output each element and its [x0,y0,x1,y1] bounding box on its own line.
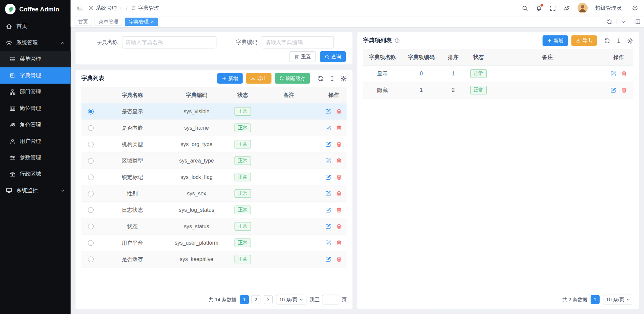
breadcrumb-system[interactable]: 系统管理 [88,4,123,12]
refresh-icon[interactable] [604,38,610,44]
delete-icon[interactable] [336,256,342,262]
current-user[interactable]: 超级管理员 [595,4,622,12]
row-radio[interactable] [88,174,94,180]
translate-icon[interactable] [564,5,570,11]
refresh-icon[interactable] [607,19,612,24]
table-row[interactable]: 是否显示sys_visible正常 [81,104,346,120]
table-row[interactable]: 锁定标记sys_lock_flag正常 [81,169,346,185]
info-icon[interactable] [394,38,400,44]
refresh-icon[interactable] [318,75,324,81]
tab-dict-mgmt[interactable]: 字典管理 [125,18,158,26]
tab-home[interactable]: 首页 [74,18,92,26]
edit-icon[interactable] [325,141,331,147]
sidebar-item-region[interactable]: 行政区域 [0,166,71,182]
sidebar-item-menu-mgmt[interactable]: 菜单管理 [0,51,71,67]
table-row[interactable]: 状态sys_status正常 [81,218,346,235]
reset-button[interactable]: 重置 [289,51,316,62]
delete-icon[interactable] [336,223,342,229]
delete-icon[interactable] [336,125,342,131]
sidebar-item-system[interactable]: 系统管理 [0,35,71,51]
avatar[interactable] [578,3,588,13]
refresh-cache-button[interactable]: 刷新缓存 [275,73,310,84]
collapse-menu-icon[interactable] [76,4,84,11]
export-item-button[interactable]: 导出 [571,35,597,46]
next-page-button[interactable] [264,295,273,304]
table-row[interactable]: 区域类型sys_area_type正常 [81,153,346,169]
refresh-cache-label: 刷新缓存 [286,75,306,82]
edit-icon[interactable] [610,87,616,93]
table-row[interactable]: 用户平台sys_user_platform正常 [81,235,346,251]
close-icon[interactable] [151,20,154,23]
text-size-icon[interactable] [616,38,622,44]
table-row[interactable]: 是否缓存sys_keepalive正常 [81,251,346,267]
jump-page-input[interactable] [322,295,339,304]
delete-icon[interactable] [336,207,342,213]
sidebar-item-param-mgmt[interactable]: 参数管理 [0,149,71,166]
gear-icon[interactable] [632,5,638,11]
edit-icon[interactable] [325,223,331,229]
dict-code-input[interactable] [262,36,334,49]
table-row[interactable]: 是否内嵌sys_frame正常 [81,120,346,136]
edit-icon[interactable] [325,174,331,180]
delete-icon[interactable] [621,87,627,93]
sidebar-item-role-mgmt[interactable]: 角色管理 [0,117,71,133]
row-radio[interactable] [88,109,94,114]
app-logo[interactable]: Coffee Admin [0,0,71,18]
fullscreen-icon[interactable] [549,5,556,11]
page-size-select[interactable]: 10 条/页 [603,295,634,304]
page-size-select[interactable]: 10 条/页 [276,295,307,304]
row-radio[interactable] [88,207,94,213]
edit-icon[interactable] [325,125,331,131]
sidebar-item-dict-mgmt[interactable]: 字典管理 [0,67,71,84]
sidebar-item-dept-mgmt[interactable]: 部门管理 [0,84,71,100]
delete-icon[interactable] [336,141,342,147]
page-button[interactable]: 2 [251,295,260,304]
delete-icon[interactable] [336,158,342,164]
row-radio[interactable] [88,125,94,131]
column-header: 状态 [466,54,491,61]
edit-icon[interactable] [325,207,331,213]
edit-icon[interactable] [325,108,331,114]
row-radio[interactable] [88,141,94,147]
chevron-down-icon[interactable] [621,19,625,24]
edit-icon[interactable] [325,240,331,246]
table-row[interactable]: 性别sys_sex正常 [81,185,346,202]
row-radio[interactable] [88,191,94,196]
page-button[interactable]: 1 [240,295,249,304]
dict-name-input[interactable] [122,36,217,49]
column-settings-icon[interactable] [340,75,346,81]
edit-icon[interactable] [325,158,331,164]
table-row[interactable]: 日志状态sys_log_status正常 [81,202,346,218]
column-settings-icon[interactable] [627,38,633,44]
table-row[interactable]: 机构类型sys_org_type正常 [81,136,346,153]
delete-icon[interactable] [336,190,342,196]
page-button[interactable]: 1 [591,295,600,304]
row-radio[interactable] [88,240,94,246]
table-row[interactable]: 隐藏12正常 [363,82,633,99]
edit-icon[interactable] [325,256,331,262]
sidebar-item-post-mgmt[interactable]: 岗位管理 [0,100,71,117]
table-row[interactable]: 显示01正常 [363,66,633,82]
edit-icon[interactable] [325,190,331,196]
sidebar-item-user-mgmt[interactable]: 用户管理 [0,133,71,149]
sidebar-item-home[interactable]: 首页 [0,18,71,35]
search-icon[interactable] [522,5,528,11]
add-button[interactable]: 新增 [217,73,243,84]
query-button[interactable]: 查询 [320,51,346,62]
delete-icon[interactable] [621,71,627,77]
row-radio[interactable] [88,256,94,262]
sidebar-item-monitor[interactable]: 系统监控 [0,182,71,199]
delete-icon[interactable] [336,108,342,114]
row-radio[interactable] [88,224,94,229]
text-size-icon[interactable] [329,75,335,81]
bell-icon[interactable] [536,5,542,11]
delete-icon[interactable] [336,174,342,180]
breadcrumb-dict[interactable]: 字典管理 [131,4,160,12]
expand-layout-icon[interactable] [631,19,641,24]
export-button[interactable]: 导出 [246,73,271,84]
delete-icon[interactable] [336,240,342,246]
tab-menu-mgmt[interactable]: 菜单管理 [95,18,122,26]
add-item-button[interactable]: 新增 [543,35,568,46]
row-radio[interactable] [88,158,94,164]
edit-icon[interactable] [610,71,616,77]
